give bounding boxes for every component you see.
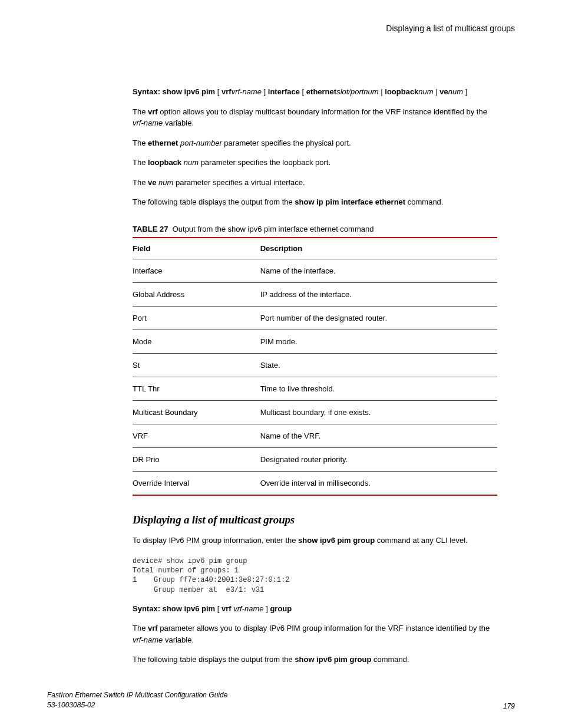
bracket: ]	[264, 604, 270, 613]
table-caption-label: TABLE 27	[133, 225, 168, 233]
pipe: |	[379, 87, 385, 96]
table-row: StState.	[133, 353, 497, 377]
table-header-row: Field Description	[133, 238, 497, 259]
syntax-vrfname: vrf-name	[232, 87, 262, 96]
section-heading: Displaying a list of multicast groups	[133, 513, 497, 526]
para-loopback: The loopback num parameter specifies the…	[133, 157, 497, 169]
cell-desc: Override interval in milliseconds.	[260, 471, 497, 495]
syntax-line-1: Syntax: show ipv6 pim [ vrfvrf-name ] in…	[133, 86, 497, 98]
syntax2-vrfname: vrf-name	[233, 604, 263, 613]
cell-field: DR Prio	[133, 447, 260, 471]
table-row: ModePIM mode.	[133, 330, 497, 353]
para-vrf-option: The vrf option allows you to display mul…	[133, 106, 497, 129]
bracket: ]	[262, 87, 268, 96]
syntax2-prefix: Syntax: show ipv6 pim	[133, 604, 215, 613]
syntax2-group: group	[270, 604, 292, 613]
para-section2-table-intro: The following table displays the output …	[133, 654, 497, 666]
table-row: VRFName of the VRF.	[133, 424, 497, 447]
table-row: Override IntervalOverride interval in mi…	[133, 471, 497, 495]
page-footer: FastIron Ethernet Switch IP Multicast Co…	[47, 690, 515, 710]
syntax-vrf: vrf	[222, 87, 232, 96]
syntax-prefix: Syntax: show ipv6 pim	[133, 87, 215, 96]
cell-desc: Time to live threshold.	[260, 377, 497, 400]
syntax-slotport: slot/portnum	[336, 87, 379, 96]
syntax-interface: interface	[268, 87, 300, 96]
table-row: Global AddressIP address of the interfac…	[133, 282, 497, 306]
cell-desc: State.	[260, 353, 497, 377]
syntax-num2: num	[448, 87, 463, 96]
syntax-ve: ve	[439, 87, 448, 96]
bracket: [	[215, 604, 222, 613]
bracket: [	[217, 87, 222, 96]
cell-desc: Designated router priority.	[260, 447, 497, 471]
footer-docnum: 53-1003085-02	[47, 700, 227, 710]
syntax-num1: num	[418, 87, 433, 96]
table-caption-text: Output from the show ipv6 pim interface …	[173, 225, 374, 233]
bracket: ]	[463, 87, 467, 96]
syntax-loopback: loopback	[385, 87, 418, 96]
syntax-line-2: Syntax: show ipv6 pim [ vrf vrf-name ] g…	[133, 603, 497, 615]
cell-field: Global Address	[133, 282, 260, 306]
cell-field: TTL Thr	[133, 377, 260, 400]
para-ve: The ve num parameter specifies a virtual…	[133, 177, 497, 189]
pipe: |	[434, 87, 440, 96]
table-row: PortPort number of the designated router…	[133, 306, 497, 330]
cell-desc: Name of the VRF.	[260, 424, 497, 447]
cell-desc: PIM mode.	[260, 330, 497, 353]
footer-page-number: 179	[503, 702, 515, 710]
table-row: TTL ThrTime to live threshold.	[133, 377, 497, 400]
bracket: [	[300, 87, 306, 96]
para-ethernet: The ethernet port-number parameter speci…	[133, 137, 497, 149]
cell-desc: Multicast boundary, if one exists.	[260, 400, 497, 424]
para-section2-vrf: The vrf parameter allows you to display …	[133, 622, 497, 645]
cell-desc: Name of the interface.	[260, 259, 497, 282]
cell-field: Port	[133, 306, 260, 330]
cli-output: device# show ipv6 pim group Total number…	[133, 556, 497, 595]
th-field: Field	[133, 238, 260, 259]
output-table: Field Description InterfaceName of the i…	[133, 237, 497, 496]
table-row: InterfaceName of the interface.	[133, 259, 497, 282]
syntax-ethernet: ethernet	[306, 87, 336, 96]
th-desc: Description	[260, 238, 497, 259]
cell-field: Override Interval	[133, 471, 260, 495]
cell-field: Multicast Boundary	[133, 400, 260, 424]
table-caption: TABLE 27 Output from the show ipv6 pim i…	[133, 225, 497, 233]
cell-field: Interface	[133, 259, 260, 282]
page-header-title: Displaying a list of multicast groups	[47, 24, 515, 33]
footer-guide: FastIron Ethernet Switch IP Multicast Co…	[47, 690, 227, 700]
syntax2-vrf: vrf	[222, 604, 232, 613]
cell-field: Mode	[133, 330, 260, 353]
cell-desc: Port number of the designated router.	[260, 306, 497, 330]
table-row: Multicast BoundaryMulticast boundary, if…	[133, 400, 497, 424]
cell-desc: IP address of the interface.	[260, 282, 497, 306]
table-row: DR PrioDesignated router priority.	[133, 447, 497, 471]
para-table-intro: The following table displays the output …	[133, 196, 497, 208]
cell-field: VRF	[133, 424, 260, 447]
cell-field: St	[133, 353, 260, 377]
para-section2-intro: To display IPv6 PIM group information, e…	[133, 535, 497, 546]
